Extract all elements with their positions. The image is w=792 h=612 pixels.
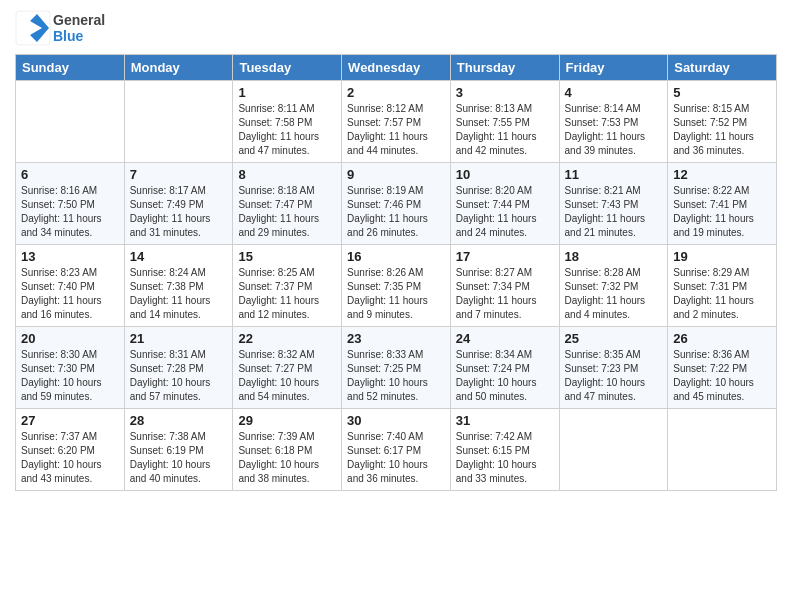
day-number: 10 <box>456 167 554 182</box>
day-detail: Sunrise: 8:27 AM Sunset: 7:34 PM Dayligh… <box>456 266 554 322</box>
table-row: 11Sunrise: 8:21 AM Sunset: 7:43 PM Dayli… <box>559 163 668 245</box>
day-detail: Sunrise: 7:38 AM Sunset: 6:19 PM Dayligh… <box>130 430 228 486</box>
table-row: 31Sunrise: 7:42 AM Sunset: 6:15 PM Dayli… <box>450 409 559 491</box>
header-sunday: Sunday <box>16 55 125 81</box>
table-row: 17Sunrise: 8:27 AM Sunset: 7:34 PM Dayli… <box>450 245 559 327</box>
day-number: 14 <box>130 249 228 264</box>
logo: General Blue <box>15 10 105 46</box>
day-number: 6 <box>21 167 119 182</box>
table-row <box>124 81 233 163</box>
table-row: 2Sunrise: 8:12 AM Sunset: 7:57 PM Daylig… <box>342 81 451 163</box>
table-row: 30Sunrise: 7:40 AM Sunset: 6:17 PM Dayli… <box>342 409 451 491</box>
table-row <box>16 81 125 163</box>
table-row: 27Sunrise: 7:37 AM Sunset: 6:20 PM Dayli… <box>16 409 125 491</box>
table-row: 4Sunrise: 8:14 AM Sunset: 7:53 PM Daylig… <box>559 81 668 163</box>
day-detail: Sunrise: 8:29 AM Sunset: 7:31 PM Dayligh… <box>673 266 771 322</box>
header-tuesday: Tuesday <box>233 55 342 81</box>
table-row: 26Sunrise: 8:36 AM Sunset: 7:22 PM Dayli… <box>668 327 777 409</box>
day-detail: Sunrise: 8:17 AM Sunset: 7:49 PM Dayligh… <box>130 184 228 240</box>
day-detail: Sunrise: 8:16 AM Sunset: 7:50 PM Dayligh… <box>21 184 119 240</box>
logo-svg <box>15 10 51 46</box>
day-number: 12 <box>673 167 771 182</box>
header-wednesday: Wednesday <box>342 55 451 81</box>
table-row: 13Sunrise: 8:23 AM Sunset: 7:40 PM Dayli… <box>16 245 125 327</box>
day-number: 20 <box>21 331 119 346</box>
day-number: 18 <box>565 249 663 264</box>
table-row: 14Sunrise: 8:24 AM Sunset: 7:38 PM Dayli… <box>124 245 233 327</box>
day-detail: Sunrise: 8:28 AM Sunset: 7:32 PM Dayligh… <box>565 266 663 322</box>
day-detail: Sunrise: 8:21 AM Sunset: 7:43 PM Dayligh… <box>565 184 663 240</box>
day-detail: Sunrise: 8:34 AM Sunset: 7:24 PM Dayligh… <box>456 348 554 404</box>
day-number: 17 <box>456 249 554 264</box>
day-detail: Sunrise: 8:32 AM Sunset: 7:27 PM Dayligh… <box>238 348 336 404</box>
day-number: 8 <box>238 167 336 182</box>
table-row: 10Sunrise: 8:20 AM Sunset: 7:44 PM Dayli… <box>450 163 559 245</box>
logo-container: General Blue <box>15 10 105 46</box>
day-number: 9 <box>347 167 445 182</box>
day-detail: Sunrise: 8:36 AM Sunset: 7:22 PM Dayligh… <box>673 348 771 404</box>
day-number: 26 <box>673 331 771 346</box>
day-detail: Sunrise: 8:26 AM Sunset: 7:35 PM Dayligh… <box>347 266 445 322</box>
table-row: 16Sunrise: 8:26 AM Sunset: 7:35 PM Dayli… <box>342 245 451 327</box>
day-number: 24 <box>456 331 554 346</box>
calendar-week-row: 20Sunrise: 8:30 AM Sunset: 7:30 PM Dayli… <box>16 327 777 409</box>
day-detail: Sunrise: 7:37 AM Sunset: 6:20 PM Dayligh… <box>21 430 119 486</box>
day-detail: Sunrise: 7:39 AM Sunset: 6:18 PM Dayligh… <box>238 430 336 486</box>
day-detail: Sunrise: 8:33 AM Sunset: 7:25 PM Dayligh… <box>347 348 445 404</box>
day-detail: Sunrise: 8:14 AM Sunset: 7:53 PM Dayligh… <box>565 102 663 158</box>
day-number: 27 <box>21 413 119 428</box>
calendar-week-row: 13Sunrise: 8:23 AM Sunset: 7:40 PM Dayli… <box>16 245 777 327</box>
day-detail: Sunrise: 8:23 AM Sunset: 7:40 PM Dayligh… <box>21 266 119 322</box>
table-row: 3Sunrise: 8:13 AM Sunset: 7:55 PM Daylig… <box>450 81 559 163</box>
day-number: 16 <box>347 249 445 264</box>
day-number: 19 <box>673 249 771 264</box>
table-row: 21Sunrise: 8:31 AM Sunset: 7:28 PM Dayli… <box>124 327 233 409</box>
day-detail: Sunrise: 8:20 AM Sunset: 7:44 PM Dayligh… <box>456 184 554 240</box>
day-number: 29 <box>238 413 336 428</box>
table-row: 20Sunrise: 8:30 AM Sunset: 7:30 PM Dayli… <box>16 327 125 409</box>
day-detail: Sunrise: 8:30 AM Sunset: 7:30 PM Dayligh… <box>21 348 119 404</box>
table-row: 9Sunrise: 8:19 AM Sunset: 7:46 PM Daylig… <box>342 163 451 245</box>
calendar-table: Sunday Monday Tuesday Wednesday Thursday… <box>15 54 777 491</box>
day-number: 7 <box>130 167 228 182</box>
table-row: 23Sunrise: 8:33 AM Sunset: 7:25 PM Dayli… <box>342 327 451 409</box>
day-number: 25 <box>565 331 663 346</box>
day-number: 3 <box>456 85 554 100</box>
day-number: 1 <box>238 85 336 100</box>
day-number: 22 <box>238 331 336 346</box>
table-row: 6Sunrise: 8:16 AM Sunset: 7:50 PM Daylig… <box>16 163 125 245</box>
day-number: 21 <box>130 331 228 346</box>
day-detail: Sunrise: 8:18 AM Sunset: 7:47 PM Dayligh… <box>238 184 336 240</box>
day-detail: Sunrise: 8:25 AM Sunset: 7:37 PM Dayligh… <box>238 266 336 322</box>
table-row: 19Sunrise: 8:29 AM Sunset: 7:31 PM Dayli… <box>668 245 777 327</box>
day-number: 4 <box>565 85 663 100</box>
table-row: 29Sunrise: 7:39 AM Sunset: 6:18 PM Dayli… <box>233 409 342 491</box>
day-detail: Sunrise: 8:19 AM Sunset: 7:46 PM Dayligh… <box>347 184 445 240</box>
day-number: 5 <box>673 85 771 100</box>
table-row: 1Sunrise: 8:11 AM Sunset: 7:58 PM Daylig… <box>233 81 342 163</box>
calendar-week-row: 1Sunrise: 8:11 AM Sunset: 7:58 PM Daylig… <box>16 81 777 163</box>
day-detail: Sunrise: 8:13 AM Sunset: 7:55 PM Dayligh… <box>456 102 554 158</box>
day-number: 23 <box>347 331 445 346</box>
table-row: 18Sunrise: 8:28 AM Sunset: 7:32 PM Dayli… <box>559 245 668 327</box>
day-detail: Sunrise: 8:11 AM Sunset: 7:58 PM Dayligh… <box>238 102 336 158</box>
logo-general: General <box>53 12 105 28</box>
day-detail: Sunrise: 7:40 AM Sunset: 6:17 PM Dayligh… <box>347 430 445 486</box>
weekday-header-row: Sunday Monday Tuesday Wednesday Thursday… <box>16 55 777 81</box>
day-detail: Sunrise: 8:24 AM Sunset: 7:38 PM Dayligh… <box>130 266 228 322</box>
day-number: 11 <box>565 167 663 182</box>
table-row: 24Sunrise: 8:34 AM Sunset: 7:24 PM Dayli… <box>450 327 559 409</box>
table-row <box>668 409 777 491</box>
table-row: 15Sunrise: 8:25 AM Sunset: 7:37 PM Dayli… <box>233 245 342 327</box>
logo-blue: Blue <box>53 28 105 44</box>
header-thursday: Thursday <box>450 55 559 81</box>
header-monday: Monday <box>124 55 233 81</box>
day-number: 30 <box>347 413 445 428</box>
table-row: 28Sunrise: 7:38 AM Sunset: 6:19 PM Dayli… <box>124 409 233 491</box>
table-row <box>559 409 668 491</box>
day-number: 28 <box>130 413 228 428</box>
day-detail: Sunrise: 8:35 AM Sunset: 7:23 PM Dayligh… <box>565 348 663 404</box>
table-row: 7Sunrise: 8:17 AM Sunset: 7:49 PM Daylig… <box>124 163 233 245</box>
table-row: 22Sunrise: 8:32 AM Sunset: 7:27 PM Dayli… <box>233 327 342 409</box>
header: General Blue <box>15 10 777 46</box>
